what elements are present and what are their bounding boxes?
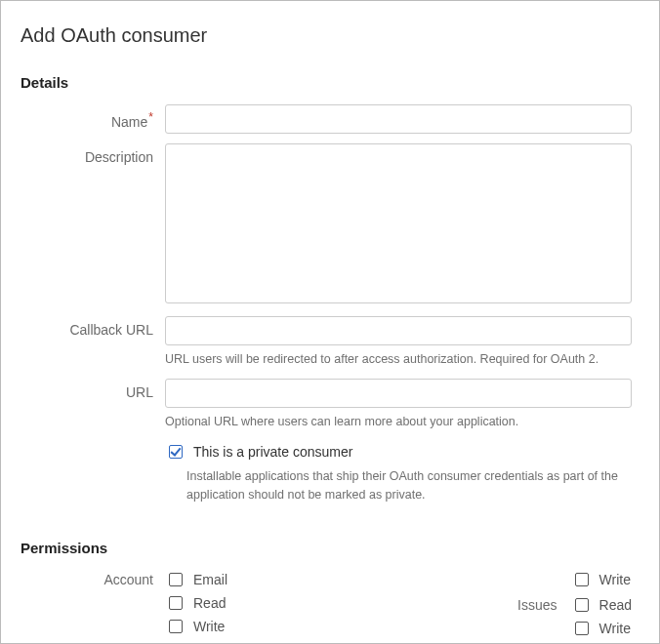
perm-col-issues: Issues Read Write	[499, 595, 632, 638]
perm-label-read: Read	[193, 595, 226, 611]
description-input[interactable]	[165, 143, 632, 303]
perm-issues-read[interactable]: Read	[571, 595, 632, 615]
label-callback: Callback URL	[21, 316, 165, 338]
perm-label-issues-read: Read	[599, 597, 632, 613]
oauth-consumer-form: Add OAuth consumer Details Name* Descrip…	[0, 0, 660, 644]
label-private-spacer	[21, 440, 165, 446]
url-input[interactable]	[165, 379, 632, 408]
perm-col-top: Write	[499, 570, 632, 589]
perm-col-account: Email Read Write	[165, 570, 470, 638]
page-title: Add OAuth consumer	[21, 24, 632, 47]
checkbox-issues-write[interactable]	[575, 622, 589, 635]
section-details: Details	[21, 74, 632, 91]
perm-issues-write[interactable]: Write	[571, 619, 632, 638]
label-name: Name*	[21, 104, 165, 130]
checkbox-account-read[interactable]	[169, 596, 183, 610]
label-issues: Issues	[499, 595, 557, 613]
perm-label-email: Email	[193, 572, 227, 587]
checkbox-account-email[interactable]	[169, 573, 183, 586]
row-private: This is a private consumer Installable a…	[21, 440, 632, 504]
checkbox-top-write[interactable]	[575, 573, 589, 586]
row-description: Description	[21, 143, 632, 306]
label-name-text: Name	[111, 114, 147, 130]
section-permissions: Permissions	[21, 540, 632, 556]
row-callback: Callback URL URL users will be redirecte…	[21, 316, 632, 369]
help-private: Installable applications that ship their…	[186, 467, 632, 504]
checkbox-account-write[interactable]	[169, 620, 183, 633]
perm-account-email[interactable]: Email	[165, 570, 227, 589]
name-input[interactable]	[165, 104, 632, 134]
label-col-top-spacer	[499, 570, 557, 587]
label-url: URL	[21, 379, 165, 400]
perm-label-issues-write: Write	[599, 621, 631, 636]
help-callback: URL users will be redirected to after ac…	[165, 351, 632, 369]
label-account: Account	[21, 570, 165, 638]
private-checkbox[interactable]	[169, 445, 183, 459]
permissions-block: Account Email Read Write	[21, 570, 632, 638]
required-asterisk: *	[148, 110, 153, 124]
perm-label-write: Write	[193, 619, 225, 634]
perm-account-read[interactable]: Read	[165, 593, 227, 613]
callback-input[interactable]	[165, 316, 632, 345]
perm-col-right: Write Issues Read Write	[499, 570, 632, 638]
row-url: URL Optional URL where users can learn m…	[21, 379, 632, 431]
help-url: Optional URL where users can learn more …	[165, 414, 632, 431]
perm-label-top-write: Write	[599, 572, 631, 587]
label-description: Description	[21, 143, 165, 165]
checkbox-issues-read[interactable]	[575, 598, 589, 612]
perm-account-write[interactable]: Write	[165, 617, 227, 636]
perm-top-write[interactable]: Write	[571, 570, 631, 589]
private-label: This is a private consumer	[193, 444, 352, 460]
row-name: Name*	[21, 104, 632, 134]
